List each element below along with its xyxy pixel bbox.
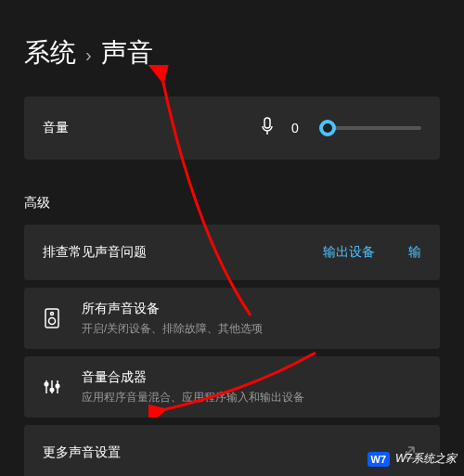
troubleshoot-card: 排查常见声音问题 输出设备 输 — [24, 225, 440, 280]
speaker-device-icon — [43, 307, 61, 329]
chevron-right-icon: › — [85, 45, 92, 66]
troubleshoot-label: 排查常见声音问题 — [43, 244, 147, 261]
svg-point-4 — [49, 318, 56, 325]
watermark-text: W7系统之家 — [395, 451, 457, 467]
volume-slider[interactable] — [319, 126, 421, 130]
breadcrumb-current: 声音 — [101, 35, 153, 71]
input-device-button[interactable]: 输 — [408, 244, 421, 261]
breadcrumb: 系统 › 声音 — [0, 0, 464, 96]
all-devices-subtitle: 开启/关闭设备、排除故障、其他选项 — [82, 321, 263, 337]
svg-rect-0 — [264, 118, 270, 128]
more-settings-label: 更多声音设置 — [43, 444, 121, 461]
mixer-text: 音量合成器 应用程序音量混合、应用程序输入和输出设备 — [82, 369, 304, 405]
breadcrumb-parent[interactable]: 系统 — [24, 35, 76, 71]
volume-mixer-card[interactable]: 音量合成器 应用程序音量混合、应用程序输入和输出设备 — [24, 356, 440, 418]
slider-thumb[interactable] — [319, 120, 336, 136]
watermark-badge: W7 — [367, 452, 391, 467]
section-header-advanced: 高级 — [0, 167, 464, 225]
mixer-icon — [43, 376, 61, 398]
mixer-subtitle: 应用程序音量混合、应用程序输入和输出设备 — [82, 390, 304, 405]
all-devices-title: 所有声音设备 — [82, 301, 263, 317]
watermark: W7 W7系统之家 — [367, 451, 458, 467]
mixer-title: 音量合成器 — [82, 369, 304, 386]
microphone-icon[interactable] — [260, 117, 275, 139]
all-devices-text: 所有声音设备 开启/关闭设备、排除故障、其他选项 — [82, 301, 263, 337]
volume-label: 音量 — [43, 120, 69, 136]
svg-point-10 — [56, 384, 59, 388]
output-device-button[interactable]: 输出设备 — [323, 244, 375, 261]
svg-point-9 — [50, 388, 54, 392]
volume-card: 音量 0 — [24, 96, 440, 160]
svg-point-3 — [51, 313, 54, 315]
svg-point-8 — [45, 382, 48, 386]
volume-controls: 0 — [260, 117, 421, 139]
all-sound-devices-card[interactable]: 所有声音设备 开启/关闭设备、排除故障、其他选项 — [24, 288, 440, 349]
troubleshoot-links: 输出设备 输 — [323, 244, 421, 261]
volume-value: 0 — [291, 121, 303, 135]
